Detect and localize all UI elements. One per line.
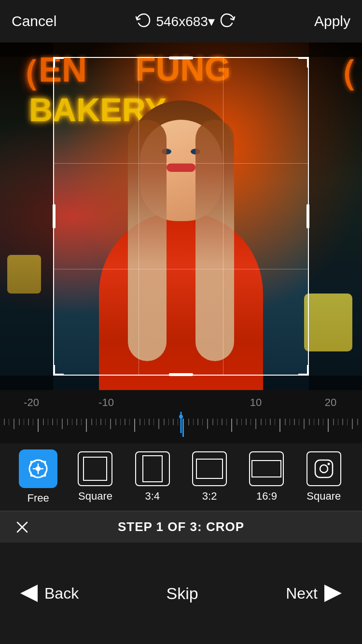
ratio-square-icon [78,451,112,486]
ratio-instagram[interactable]: Square [302,451,346,503]
ratio-32-shape [196,459,223,479]
crop-handle-top-left[interactable] [53,57,64,68]
next-label: Next [286,585,318,602]
ruler-track[interactable] [0,412,362,437]
ratio-169-shape [251,460,281,477]
step-bar: STEP 1 OF 3: CROP [0,511,362,543]
svg-marker-8 [324,585,342,602]
svg-point-1 [36,466,41,471]
ratio-16-9[interactable]: 16:9 [245,451,288,503]
ruler-label-0 [169,396,193,409]
skip-button[interactable]: Skip [167,584,198,603]
rotate-left-icon[interactable] [134,13,151,30]
ruler-label-20: 20 [319,396,343,409]
crop-handle-top[interactable] [169,56,193,59]
ruler-labels: -20 -10 10 20 [0,396,362,409]
grid-line-h2 [54,269,308,269]
ratio-32-label: 3:2 [202,490,217,503]
top-bar: Cancel 546x683▾ Apply [0,0,362,42]
step-label: STEP 1 OF 3: CROP [118,519,244,534]
ratio-34-label: 3:4 [145,490,160,503]
ratio-square-shape [83,457,107,481]
svg-rect-2 [315,460,333,477]
ruler-label-neg20: -20 [19,396,43,409]
next-arrow-icon [323,584,343,603]
top-bar-center: 546x683▾ [134,13,237,30]
grid-line-v1 [139,58,139,375]
ratio-34-icon [135,451,170,486]
instagram-icon [313,458,334,479]
rotation-ruler[interactable]: -20 -10 10 20 [0,390,362,443]
ruler-center-dot [179,415,183,419]
ratio-square[interactable]: Square [73,451,117,503]
back-arrow-icon [19,584,39,603]
ruler-label-neg10: -10 [94,396,118,409]
crop-handle-right[interactable] [306,204,309,228]
ratio-free[interactable]: Free [16,449,60,504]
ratio-3-4[interactable]: 3:4 [131,451,174,503]
ratio-toolbar: Free Square 3:4 3:2 16:9 [0,443,362,511]
crop-handle-bottom[interactable] [169,373,193,376]
dimension-display[interactable]: 546x683▾ [156,14,214,29]
apply-button[interactable]: Apply [314,13,350,29]
crop-handle-bottom-right[interactable] [298,365,309,376]
svg-marker-7 [20,585,38,602]
back-button[interactable]: Back [19,584,79,603]
crop-handle-top-right[interactable] [298,57,309,68]
bg-item-left [7,255,41,294]
ratio-ig-icon [306,451,341,486]
crop-border[interactable] [53,57,309,376]
next-button[interactable]: Next [286,584,343,603]
close-button[interactable] [12,517,33,538]
crop-handle-bottom-left[interactable] [53,365,64,376]
bg-item-food [304,294,352,351]
ratio-169-icon [249,451,284,486]
ratio-3-2[interactable]: 3:2 [188,451,231,503]
ratio-free-label: Free [28,492,49,504]
photo-area: （ EN FUNG （ BAKERY [0,42,362,390]
ratio-ig-label: Square [306,490,341,503]
neon-sign-kanji: （ [322,50,357,96]
grid-line-h1 [54,163,308,164]
svg-point-3 [320,465,328,473]
neon-sign-left: （ [5,50,40,96]
crop-handle-left[interactable] [53,204,56,228]
reset-icon[interactable] [220,13,237,30]
ratio-32-icon [192,451,227,486]
ruler-label-10: 10 [244,396,268,409]
ratio-square-label: Square [78,490,112,503]
svg-point-4 [327,463,330,465]
bottom-navigation: Back Skip Next [0,543,362,644]
grid-line-v2 [223,58,223,375]
cancel-button[interactable]: Cancel [12,13,56,29]
back-label: Back [44,585,79,602]
ratio-34-shape [142,455,163,482]
ratio-free-active-icon [19,449,57,488]
ratio-169-label: 16:9 [256,490,277,503]
